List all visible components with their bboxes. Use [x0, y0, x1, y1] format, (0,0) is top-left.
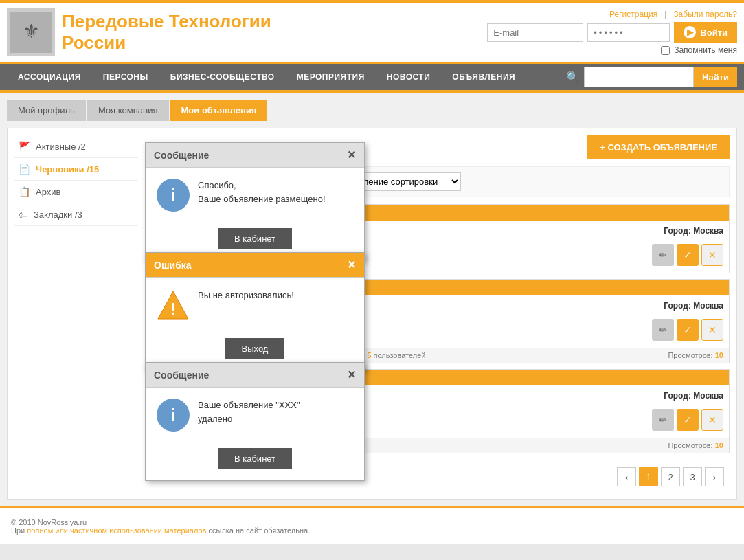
svg-text:!: ! [170, 300, 176, 318]
modal-btn-1[interactable]: В кабинет [218, 228, 292, 249]
modal-info-icon-1: i [157, 179, 190, 212]
draft-icon: 📄 [19, 164, 30, 175]
nav-item-persons[interactable]: ПЕРСОНЫ [92, 64, 159, 90]
bookmark-icon: 🏷 [19, 209, 28, 220]
archive-icon: 📋 [19, 186, 30, 197]
nav-search: 🔍 Найти [562, 67, 737, 87]
modal-footer-3: В кабинет [146, 443, 364, 480]
approve-button-3[interactable]: ✓ [677, 409, 699, 431]
sidebar-item-drafts[interactable]: 📄 Черновики /15 [14, 158, 138, 181]
modal-warn-icon: ! [157, 289, 190, 322]
password-input[interactable] [587, 23, 670, 42]
listing-views-2: Просмотров: 10 [668, 351, 723, 360]
sidebar-item-archive[interactable]: 📋 Архив [14, 181, 138, 203]
content-area: 🚩 Активные /2 📄 Черновики /15 📋 Архив 🏷 … [7, 128, 737, 500]
nav-item-news[interactable]: НОВОСТИ [376, 64, 442, 90]
tab-my-ads[interactable]: Мои объявления [170, 100, 268, 121]
search-icon: 🔍 [562, 71, 584, 84]
nav-item-business[interactable]: БИЗНЕС-СООБЩЕСТВО [159, 64, 286, 90]
listing-body-right-2: Город: Москва ✏ ✓ ✕ [652, 301, 723, 341]
modal-body-3: i Ваше объявление "XXX" удалено [146, 388, 364, 443]
modal-info-icon-3: i [157, 399, 190, 432]
modal-close-2[interactable]: ✕ [347, 258, 356, 271]
flag-icon: 🚩 [19, 141, 30, 152]
nav-item-association[interactable]: АССОЦИАЦИЯ [7, 64, 92, 90]
listing-city-1: Город: Москва [664, 226, 723, 236]
modal-body-1: i Спасибо, Ваше объявление размещено! [146, 168, 364, 223]
next-page-button[interactable]: › [705, 467, 724, 486]
modal-btn-2[interactable]: Выход [225, 338, 285, 359]
listing-actions-3: ✏ ✓ ✕ [652, 409, 723, 431]
modal-text-1: Спасибо, Ваше объявление размещено! [198, 179, 353, 205]
footer-copyright: © 2010 NovRossiya.ru [11, 518, 733, 526]
page-button-1[interactable]: 1 [639, 467, 658, 486]
modal-text-3: Ваше объявление "XXX" удалено [198, 399, 353, 425]
prev-page-button[interactable]: ‹ [617, 467, 636, 486]
sidebar-item-bookmarks[interactable]: 🏷 Закладки /3 [14, 203, 138, 226]
listing-views-3: Просмотров: 10 [668, 441, 723, 450]
modal-header-3: Сообщение ✕ [146, 363, 364, 388]
sidebar-item-active[interactable]: 🚩 Активные /2 [14, 135, 138, 158]
logo-emblem: ⚜ [7, 8, 55, 56]
delete-button-1[interactable]: ✕ [701, 244, 723, 266]
nav-search-button[interactable]: Найти [694, 67, 737, 87]
header-right: Регистрация | Забыли пароль? ▶ Войти Зап… [487, 10, 737, 55]
header-links: Регистрация | Забыли пароль? [609, 10, 737, 19]
email-input[interactable] [487, 23, 583, 42]
footer-notice: При полном или частичном использовании м… [11, 526, 733, 535]
listing-actions-1: ✏ ✓ ✕ [652, 244, 723, 266]
nav-search-input[interactable] [584, 67, 694, 87]
delete-button-2[interactable]: ✕ [701, 319, 723, 341]
edit-button-2[interactable]: ✏ [652, 319, 674, 341]
create-ad-button[interactable]: + СОЗДАТЬ ОБЪЯВЛЕНИЕ [587, 135, 730, 159]
listing-actions-2: ✏ ✓ ✕ [652, 319, 723, 341]
modal-close-3[interactable]: ✕ [347, 368, 356, 381]
modal-success: Сообщение ✕ i Спасибо, Ваше объявление р… [145, 142, 365, 261]
nav-item-events[interactable]: МЕРОПРИЯТИЯ [286, 64, 376, 90]
listing-city-2: Город: Москва [664, 301, 723, 311]
listing-city-3: Город: Москва [664, 391, 723, 401]
listing-body-right-3: Город: Москва ✏ ✓ ✕ [652, 391, 723, 431]
delete-button-3[interactable]: ✕ [701, 409, 723, 431]
header: ⚜ Передовые Технологии России Регистраци… [0, 0, 744, 64]
edit-button-1[interactable]: ✏ [652, 244, 674, 266]
tab-my-company[interactable]: Моя компания [87, 100, 169, 121]
register-link[interactable]: Регистрация [609, 10, 657, 19]
remember-checkbox[interactable] [661, 46, 670, 55]
svg-text:⚜: ⚜ [23, 21, 40, 42]
logo-text: Передовые Технологии России [62, 11, 271, 54]
modal-deleted: Сообщение ✕ i Ваше объявление "XXX" удал… [145, 362, 365, 481]
modal-text-2: Вы не авторизовались! [198, 289, 353, 302]
approve-button-1[interactable]: ✓ [677, 244, 699, 266]
modal-body-2: ! Вы не авторизовались! [146, 278, 364, 333]
footer: © 2010 NovRossiya.ru При полном или част… [0, 506, 744, 544]
approve-button-2[interactable]: ✓ [677, 319, 699, 341]
login-button[interactable]: ▶ Войти [674, 22, 737, 43]
content-flex: 🚩 Активные /2 📄 Черновики /15 📋 Архив 🏷 … [14, 135, 730, 492]
sidebar: 🚩 Активные /2 📄 Черновики /15 📋 Архив 🏷 … [14, 135, 138, 492]
footer-link[interactable]: полном или частичном использовании матер… [27, 526, 206, 535]
remember-label: Запомнить меня [674, 45, 737, 55]
navigation: АССОЦИАЦИЯ ПЕРСОНЫ БИЗНЕС-СООБЩЕСТВО МЕР… [0, 64, 744, 90]
profile-tabs: Мой профиль Моя компания Мои объявления [7, 100, 737, 121]
modal-header-2: Ошибка ✕ [146, 253, 364, 278]
nav-item-ads[interactable]: ОБЪЯВЛЕНИЯ [441, 64, 526, 90]
page-button-2[interactable]: 2 [661, 467, 680, 486]
modal-btn-3[interactable]: В кабинет [218, 448, 292, 469]
tab-my-profile[interactable]: Мой профиль [7, 100, 86, 121]
forgot-link[interactable]: Забыли пароль? [673, 10, 737, 19]
modal-header-1: Сообщение ✕ [146, 143, 364, 168]
listing-body-right-1: Город: Москва ✏ ✓ ✕ [652, 226, 723, 266]
page-button-3[interactable]: 3 [683, 467, 702, 486]
login-row: ▶ Войти [487, 22, 737, 43]
modal-error: Ошибка ✕ ! Вы не авторизовались! Выход [145, 252, 365, 371]
main-content: Мой профиль Моя компания Мои объявления … [0, 93, 744, 506]
modal-close-1[interactable]: ✕ [347, 148, 356, 161]
login-arrow-icon: ▶ [684, 26, 696, 38]
remember-row: Запомнить меня [661, 45, 737, 55]
logo-area: ⚜ Передовые Технологии России [7, 8, 271, 56]
edit-button-3[interactable]: ✏ [652, 409, 674, 431]
